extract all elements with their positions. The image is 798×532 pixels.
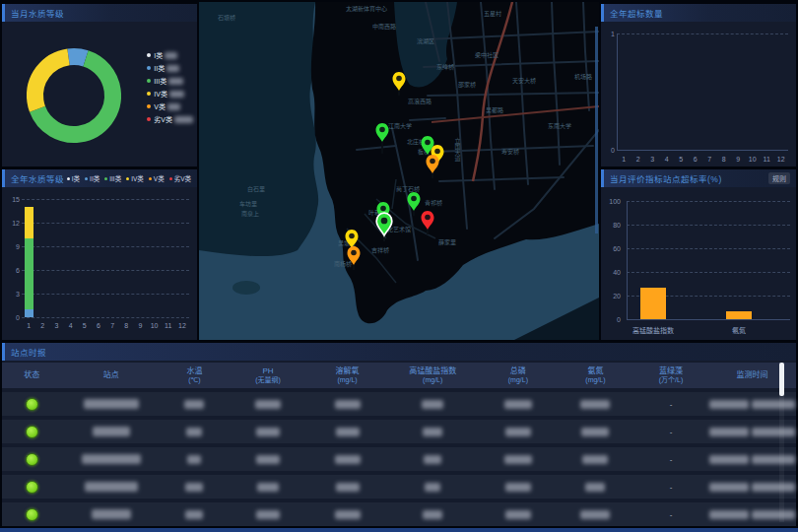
time-redacted [752,455,795,464]
map-label: 邵家桥 [458,81,476,89]
status-ok-indicator [26,508,38,521]
status-ok-indicator [26,398,38,411]
time-redacted [709,483,749,492]
column-unit: (mg/L) [423,376,442,385]
x-tick-label: 10 [749,156,757,163]
x-tick-label: 4 [69,322,73,329]
column-unit: (mg/L) [337,376,357,385]
annual-legend: I类II类III类IV类V类劣V类 [67,173,191,183]
cell-value [387,455,479,464]
x-tick-label: 4 [665,156,669,163]
map-label: 吉祥桥 [371,246,389,254]
cell-station [61,399,161,409]
x-tick-label: 1 [622,156,626,163]
column-unit: (℃) [188,376,201,385]
map-label: 南杨桥 [334,260,352,268]
table-row[interactable]: - [2,392,796,416]
y-tick-label: 0 [2,314,20,321]
map-scrollbar[interactable] [595,27,598,233]
cell-value [229,510,308,519]
station-map[interactable]: 石塘桥太湖新体育中心中南西路滨湖区五星村梁中社区东绛桥邵家桥天安大桥机场路高浪西… [199,2,599,340]
legend-item-劣V类[interactable]: 劣V类 [169,173,191,183]
cell-value [307,510,387,519]
legend-item-IV类[interactable]: IV类 [147,90,193,98]
panel-header: 当月评价指标站点超标率(%) 规则 [601,169,796,187]
value-redacted [336,483,360,492]
cell-value [161,483,229,492]
panel-header: 全年超标数量 [601,4,796,22]
legend-item-III类[interactable]: III类 [147,77,193,85]
legend-dot [147,79,151,83]
legend-value-redacted [169,91,184,98]
panel-monthly-rate: 当月评价指标站点超标率(%) 规则 020406080100高锰酸盐指数氨氮 [601,169,796,340]
legend-label: I类 [154,50,163,60]
cell-value [387,510,479,519]
value-redacted [257,483,279,492]
legend-item-V类[interactable]: V类 [147,102,193,110]
table-row[interactable]: - [2,502,796,526]
cell-value [161,510,229,519]
legend-item-IV类[interactable]: IV类 [126,173,144,183]
stacked-bar-III类[interactable] [25,238,33,309]
time-redacted [752,483,795,492]
value-redacted [505,483,531,492]
cell-value [558,455,633,464]
legend-dot [147,53,151,57]
legend-item-V类[interactable]: V类 [149,173,165,183]
y-tick-label: 100 [603,198,621,205]
time-redacted [709,510,749,519]
panel-title: 当月评价指标站点超标率(%) [610,172,722,184]
column-unit: (mg/L) [508,376,528,385]
cell-station [61,427,161,436]
table-row[interactable]: - [2,475,796,499]
legend-value-redacted [165,52,177,59]
gridline [22,199,189,200]
column-header-站点: 站点 [61,370,161,380]
legend-label: IV类 [131,173,144,183]
status-ok-indicator [26,481,38,494]
value-redacted [425,483,440,492]
cell-station [61,454,161,464]
legend-item-II类[interactable]: II类 [147,64,193,72]
rate-bar-氨氮[interactable] [726,311,752,319]
stacked-bar-IV类[interactable] [25,207,33,238]
table-scrollbar-thumb[interactable] [779,363,784,396]
map-label: 白石里 [247,185,265,193]
cell-value [161,428,229,436]
cell-status [2,398,61,411]
x-tick-label: 2 [40,322,44,329]
station-name-redacted [85,482,138,492]
legend-item-I类[interactable]: I类 [67,173,80,183]
time-redacted [709,455,749,464]
stacked-bar-II类[interactable] [25,309,33,317]
y-tick-label: 15 [2,196,20,203]
rate-bar-高锰酸盐指数[interactable] [640,288,666,319]
legend-label: V类 [154,173,165,183]
rule-button[interactable]: 规则 [768,172,790,184]
table-row[interactable]: - [2,420,796,443]
map-water-dark [199,2,318,256]
panel-title: 当月水质等级 [11,7,64,19]
legend-label: 劣V类 [174,173,191,183]
value-redacted [186,428,202,436]
value-redacted [335,455,361,464]
legend-item-劣V类[interactable]: 劣V类 [147,115,193,123]
legend-item-III类[interactable]: III类 [104,173,121,183]
column-name: 蓝绿藻 [659,366,683,376]
value-redacted [185,510,203,519]
gridline [22,246,189,247]
map-canvas: 石塘桥太湖新体育中心中南西路滨湖区五星村梁中社区东绛桥邵家桥天安大桥机场路高浪西… [199,2,599,340]
time-redacted [752,510,795,519]
exceed-line-chart: 10123456789101112 [601,22,796,166]
x-tick-label: 9 [138,322,142,329]
legend-item-II类[interactable]: II类 [85,173,100,183]
legend-dot [147,104,151,108]
legend-item-I类[interactable]: I类 [147,51,193,59]
gridline [627,201,790,202]
legend-value-redacted [174,116,193,123]
cell-value [307,455,387,464]
cell-value [558,428,633,436]
water-quality-dashboard: 当月水质等级 I类II类III类IV类V类劣V类 全年水质等级 I类II类III… [0,0,798,532]
table-row[interactable]: - [2,447,796,471]
x-axis [627,319,790,320]
